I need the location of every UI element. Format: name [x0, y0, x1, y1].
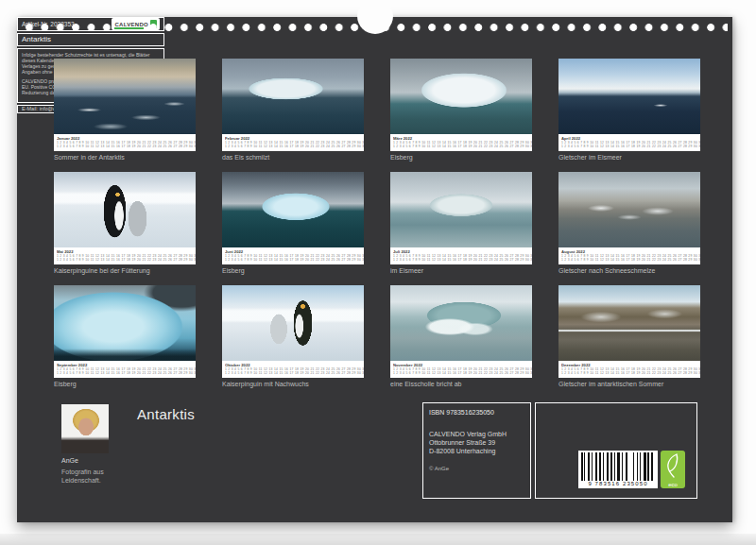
month-thumbnail-grid: Januar 2022 1 2 3 4 5 6 7 8 9 10 11 12 1… — [54, 59, 700, 389]
publisher-column: ISBN 9783516235050 CALVENDO Verlag GmbH … — [422, 402, 531, 499]
thumbnail-april: April 2022 1 2 3 4 5 6 7 8 9 10 11 12 13… — [558, 59, 700, 162]
month-photo-penguins — [54, 172, 196, 247]
thumbnail-oktober: Oktober 2022 1 2 3 4 5 6 7 8 9 10 11 12 … — [222, 285, 364, 389]
mini-calendar-day-row: 1 2 3 4 5 6 7 8 9 10 11 12 13 14 15 16 1… — [393, 145, 528, 148]
thumbnail-september: September 2022 1 2 3 4 5 6 7 8 9 10 11 1… — [54, 285, 196, 389]
month-caption: Kaiserpinguine bei der Fütterung — [54, 266, 196, 276]
copyright-note: © AnGe — [429, 465, 524, 473]
month-caption: Eisberg — [390, 153, 532, 162]
mini-calendar-day-row: 1 2 3 4 5 6 7 8 9 10 11 12 13 14 15 16 1… — [57, 145, 192, 148]
mini-calendar: März 2022 1 2 3 4 5 6 7 8 9 10 11 12 13 … — [390, 134, 532, 151]
month-photo-penguins — [222, 285, 364, 361]
month-photo — [222, 59, 364, 134]
eco-badge-label: eco — [661, 482, 685, 487]
thumbnail-februar: Februar 2022 1 2 3 4 5 6 7 8 9 10 11 12 … — [222, 59, 364, 162]
month-photo — [558, 172, 700, 247]
leaf-icon — [662, 452, 683, 479]
mini-calendar-day-row: 1 2 3 4 5 6 7 8 9 10 11 12 13 14 15 16 1… — [561, 258, 696, 262]
mini-calendar: August 2022 1 2 3 4 5 6 7 8 9 10 11 12 1… — [558, 247, 700, 264]
mini-calendar-day-row: 1 2 3 4 5 6 7 8 9 10 11 12 13 14 15 16 1… — [561, 145, 696, 148]
month-photo — [390, 172, 532, 247]
mini-calendar-day-row: 1 2 3 4 5 6 7 8 9 10 11 12 13 14 15 16 1… — [57, 258, 192, 262]
author-tagline-line2: Leidenschaft. — [61, 476, 104, 485]
thumbnail-mai: Mai 2022 1 2 3 4 5 6 7 8 9 10 11 12 13 1… — [54, 172, 196, 276]
eco-badge: eco — [661, 451, 685, 488]
month-caption: im Eismeer — [390, 266, 532, 276]
mini-calendar: Juli 2022 1 2 3 4 5 6 7 8 9 10 11 12 13 … — [390, 247, 532, 264]
author-name: AnGe — [61, 457, 78, 464]
mini-calendar-day-row: 1 2 3 4 5 6 7 8 9 10 11 12 13 14 15 16 1… — [225, 371, 360, 375]
thumbnail-august: August 2022 1 2 3 4 5 6 7 8 9 10 11 12 1… — [558, 172, 700, 276]
month-caption: Gletscher nach Schneeschmelze — [558, 266, 700, 276]
mini-calendar: Dezember 2022 1 2 3 4 5 6 7 8 9 10 11 12… — [558, 361, 700, 378]
ean-barcode: 9 783516 235050 — [578, 451, 658, 488]
month-photo — [390, 285, 532, 361]
month-caption: das Eis schmilzt — [222, 153, 364, 162]
publisher-name: CALVENDO Verlag GmbH — [429, 430, 524, 438]
author-portrait — [61, 404, 109, 453]
month-caption: Eisberg — [222, 266, 364, 276]
product-photo-stage: Januar 2022 1 2 3 4 5 6 7 8 9 10 11 12 1… — [0, 0, 756, 545]
product-title-box: Antarktis — [17, 33, 164, 46]
mini-calendar-day-row: 1 2 3 4 5 6 7 8 9 10 11 12 13 14 15 16 1… — [225, 145, 360, 148]
month-photo — [390, 59, 532, 134]
month-photo — [222, 172, 364, 247]
month-photo — [54, 59, 196, 134]
publisher-street: Ottobrunner Straße 39 — [429, 438, 524, 447]
mini-calendar: Oktober 2022 1 2 3 4 5 6 7 8 9 10 11 12 … — [222, 361, 364, 378]
mini-calendar: Mai 2022 1 2 3 4 5 6 7 8 9 10 11 12 13 1… — [54, 247, 196, 264]
barcode-bars — [581, 452, 655, 481]
month-caption: Gletscher im antarktischen Sommer — [558, 380, 700, 389]
author-tagline-line1: Fotografin aus — [61, 468, 104, 476]
mini-calendar-day-row: 1 2 3 4 5 6 7 8 9 10 11 12 13 14 15 16 1… — [225, 258, 360, 262]
mini-calendar: Februar 2022 1 2 3 4 5 6 7 8 9 10 11 12 … — [222, 134, 364, 151]
thumbnail-november: November 2022 1 2 3 4 5 6 7 8 9 10 11 12… — [390, 285, 532, 389]
calendar-title: Antarktis — [137, 406, 195, 422]
month-caption: Sommer in der Antarktis — [54, 153, 196, 162]
mini-calendar: November 2022 1 2 3 4 5 6 7 8 9 10 11 12… — [390, 361, 532, 378]
calvendo-logo-text: CALVENDO — [114, 22, 148, 27]
isbn-number: ISBN 9783516235050 — [429, 408, 524, 417]
mini-calendar: September 2022 1 2 3 4 5 6 7 8 9 10 11 1… — [54, 361, 196, 378]
month-caption: Kaiserpinguin mit Nachwuchs — [222, 380, 364, 389]
thumbnail-maerz: März 2022 1 2 3 4 5 6 7 8 9 10 11 12 13 … — [390, 59, 532, 162]
month-photo — [54, 285, 196, 361]
month-caption: eine Eisscholle bricht ab — [390, 380, 532, 389]
thumbnail-dezember: Dezember 2022 1 2 3 4 5 6 7 8 9 10 11 12… — [558, 285, 700, 389]
background-floor-shadow — [0, 534, 756, 545]
month-caption: Gletscher im Eismeer — [558, 153, 700, 162]
barcode-number: 9 783516 235050 — [581, 481, 655, 487]
thumbnail-juli: Juli 2022 1 2 3 4 5 6 7 8 9 10 11 12 13 … — [390, 172, 532, 276]
mini-calendar: April 2022 1 2 3 4 5 6 7 8 9 10 11 12 13… — [558, 134, 700, 151]
publisher-city: D-82008 Unterhaching — [429, 447, 524, 455]
mini-calendar-day-row: 1 2 3 4 5 6 7 8 9 10 11 12 13 14 15 16 1… — [393, 258, 528, 262]
mini-calendar-day-row: 1 2 3 4 5 6 7 8 9 10 11 12 13 14 15 16 1… — [393, 371, 528, 375]
mini-calendar: Juni 2022 1 2 3 4 5 6 7 8 9 10 11 12 13 … — [222, 247, 364, 264]
month-caption: Eisberg — [54, 380, 196, 389]
calendar-back-sheet: Januar 2022 1 2 3 4 5 6 7 8 9 10 11 12 1… — [17, 17, 732, 522]
thumbnail-juni: Juni 2022 1 2 3 4 5 6 7 8 9 10 11 12 13 … — [222, 172, 364, 276]
author-tagline: Fotografin aus Leidenschaft. — [61, 468, 104, 485]
month-photo — [558, 285, 700, 361]
barcode-column: 9 783516 235050 eco — [535, 402, 697, 499]
mini-calendar-day-row: 1 2 3 4 5 6 7 8 9 10 11 12 13 14 15 16 1… — [561, 371, 696, 375]
month-photo — [558, 59, 700, 134]
thumbnail-januar: Januar 2022 1 2 3 4 5 6 7 8 9 10 11 12 1… — [54, 59, 196, 162]
mini-calendar-day-row: 1 2 3 4 5 6 7 8 9 10 11 12 13 14 15 16 1… — [57, 371, 192, 375]
mini-calendar: Januar 2022 1 2 3 4 5 6 7 8 9 10 11 12 1… — [54, 134, 196, 151]
